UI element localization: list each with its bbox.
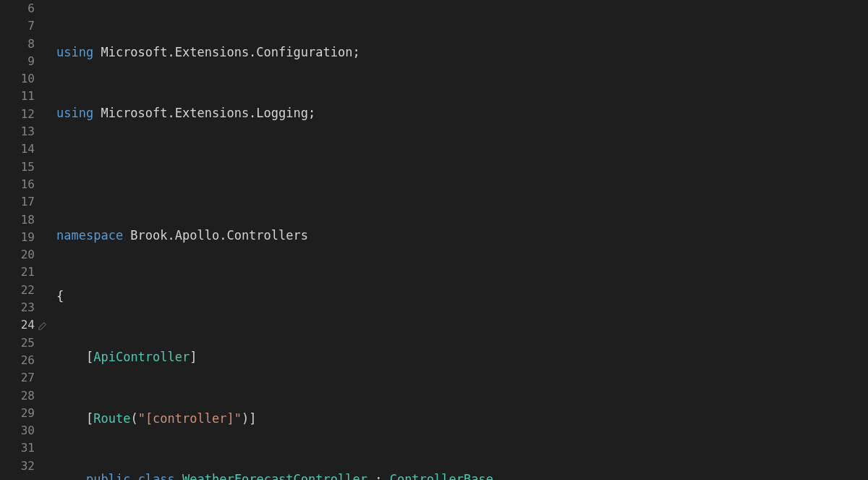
line-number: 12 bbox=[0, 106, 35, 123]
line-number: 27 bbox=[0, 369, 35, 387]
line-number: 11 bbox=[0, 88, 35, 105]
line-number: 30 bbox=[0, 422, 35, 439]
line-number: 17 bbox=[0, 193, 35, 211]
code-line[interactable]: [ApiController] bbox=[56, 348, 868, 366]
line-number: 21 bbox=[0, 264, 35, 281]
line-number: 10 bbox=[0, 70, 35, 88]
code-line[interactable]: { bbox=[56, 287, 868, 305]
code-line[interactable]: [Route("[controller]")] bbox=[56, 410, 868, 427]
line-number-gutter: 6 7 8 9 10 11 12 13 14 15 16 17 18 19 20… bbox=[0, 0, 41, 480]
line-number: 6 bbox=[0, 0, 35, 17]
line-number: 26 bbox=[0, 352, 35, 369]
line-number: 15 bbox=[0, 159, 35, 176]
line-number: 20 bbox=[0, 246, 35, 264]
line-number: 23 bbox=[0, 299, 35, 316]
line-number: 22 bbox=[0, 282, 35, 299]
line-number: 32 bbox=[0, 458, 35, 475]
code-line[interactable]: using Microsoft.Extensions.Configuration… bbox=[56, 43, 868, 61]
code-line[interactable]: using Microsoft.Extensions.Logging; bbox=[56, 104, 868, 122]
code-line[interactable]: namespace Brook.Apollo.Controllers bbox=[56, 227, 868, 244]
line-number: 28 bbox=[0, 387, 35, 405]
line-number: 31 bbox=[0, 439, 35, 457]
code-line[interactable]: public class WeatherForecastController :… bbox=[56, 471, 868, 480]
line-number: 13 bbox=[0, 123, 35, 140]
line-number: 16 bbox=[0, 176, 35, 193]
line-number: 25 bbox=[0, 334, 35, 352]
line-number: 19 bbox=[0, 229, 35, 246]
edit-icon bbox=[38, 321, 48, 331]
line-number: 29 bbox=[0, 405, 35, 422]
line-number: 9 bbox=[0, 53, 35, 70]
line-number: 18 bbox=[0, 211, 35, 229]
code-area[interactable]: using Microsoft.Extensions.Configuration… bbox=[41, 0, 868, 480]
line-number: 8 bbox=[0, 35, 35, 53]
code-editor[interactable]: 6 7 8 9 10 11 12 13 14 15 16 17 18 19 20… bbox=[0, 0, 868, 480]
code-line[interactable] bbox=[56, 166, 868, 183]
line-number: 14 bbox=[0, 140, 35, 158]
line-number: 7 bbox=[0, 17, 35, 35]
line-number: 24 bbox=[0, 316, 35, 334]
